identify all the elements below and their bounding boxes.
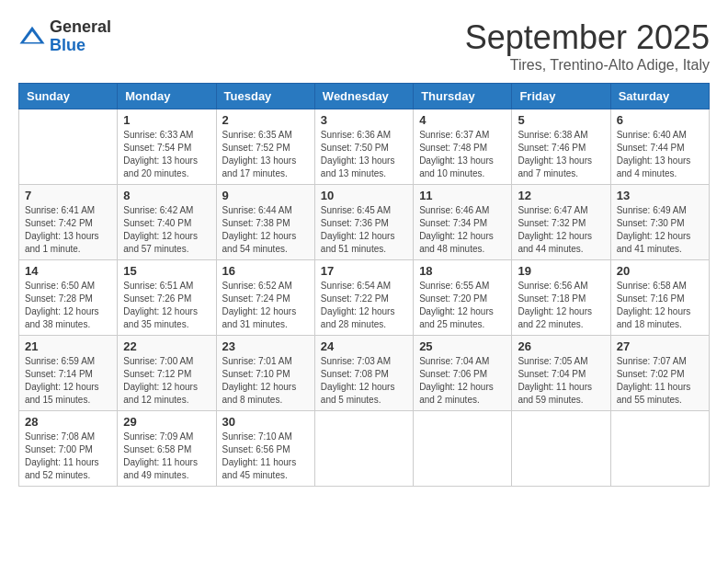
day-info: Sunrise: 7:10 AM Sunset: 6:56 PM Dayligh… <box>222 431 309 482</box>
calendar-cell: 6Sunrise: 6:40 AM Sunset: 7:44 PM Daylig… <box>610 109 709 185</box>
day-header-sunday: Sunday <box>19 84 118 109</box>
day-number: 17 <box>321 264 407 278</box>
day-number: 11 <box>419 189 506 202</box>
week-row-1: 1Sunrise: 6:33 AM Sunset: 7:54 PM Daylig… <box>19 109 710 185</box>
day-header-friday: Friday <box>512 84 610 109</box>
day-header-monday: Monday <box>118 84 216 109</box>
calendar-cell: 5Sunrise: 6:38 AM Sunset: 7:46 PM Daylig… <box>512 109 610 185</box>
week-row-4: 21Sunrise: 6:59 AM Sunset: 7:14 PM Dayli… <box>19 336 710 411</box>
calendar-cell: 2Sunrise: 6:35 AM Sunset: 7:52 PM Daylig… <box>216 109 314 185</box>
day-number: 4 <box>419 113 506 127</box>
day-info: Sunrise: 6:55 AM Sunset: 7:20 PM Dayligh… <box>419 280 506 331</box>
day-number: 15 <box>123 264 210 278</box>
day-number: 19 <box>518 264 604 278</box>
day-info: Sunrise: 7:05 AM Sunset: 7:04 PM Dayligh… <box>518 355 604 407</box>
day-number: 29 <box>123 415 210 429</box>
day-info: Sunrise: 6:59 AM Sunset: 7:14 PM Dayligh… <box>25 355 111 407</box>
calendar-cell: 15Sunrise: 6:51 AM Sunset: 7:26 PM Dayli… <box>118 260 216 336</box>
day-number: 27 <box>617 339 703 353</box>
day-info: Sunrise: 6:54 AM Sunset: 7:22 PM Dayligh… <box>321 280 407 331</box>
day-number: 12 <box>518 189 604 202</box>
day-number: 28 <box>25 415 111 429</box>
calendar-cell: 14Sunrise: 6:50 AM Sunset: 7:28 PM Dayli… <box>19 260 118 336</box>
calendar-cell: 22Sunrise: 7:00 AM Sunset: 7:12 PM Dayli… <box>118 336 216 411</box>
day-number: 18 <box>419 264 506 278</box>
day-header-wednesday: Wednesday <box>314 84 413 109</box>
day-info: Sunrise: 6:41 AM Sunset: 7:42 PM Dayligh… <box>25 204 111 256</box>
logo-blue-text: Blue <box>50 37 111 55</box>
day-info: Sunrise: 7:08 AM Sunset: 7:00 PM Dayligh… <box>25 431 111 482</box>
calendar-cell: 9Sunrise: 6:44 AM Sunset: 7:38 PM Daylig… <box>216 185 314 260</box>
day-number: 9 <box>222 189 309 202</box>
day-number: 14 <box>25 264 111 278</box>
day-info: Sunrise: 6:33 AM Sunset: 7:54 PM Dayligh… <box>123 129 210 180</box>
week-row-5: 28Sunrise: 7:08 AM Sunset: 7:00 PM Dayli… <box>19 411 710 487</box>
calendar-cell: 16Sunrise: 6:52 AM Sunset: 7:24 PM Dayli… <box>216 260 314 336</box>
day-info: Sunrise: 6:44 AM Sunset: 7:38 PM Dayligh… <box>222 204 309 256</box>
calendar-cell: 18Sunrise: 6:55 AM Sunset: 7:20 PM Dayli… <box>414 260 512 336</box>
day-number: 16 <box>222 264 309 278</box>
calendar-cell <box>512 411 610 487</box>
day-info: Sunrise: 7:09 AM Sunset: 6:58 PM Dayligh… <box>123 431 210 482</box>
calendar: SundayMondayTuesdayWednesdayThursdayFrid… <box>18 83 710 487</box>
day-info: Sunrise: 6:37 AM Sunset: 7:48 PM Dayligh… <box>419 129 506 180</box>
day-number: 23 <box>222 339 309 353</box>
day-info: Sunrise: 6:50 AM Sunset: 7:28 PM Dayligh… <box>25 280 111 331</box>
logo-text: General Blue <box>50 18 111 55</box>
month-title: September 2025 <box>465 18 710 57</box>
day-number: 3 <box>321 113 407 127</box>
calendar-cell: 28Sunrise: 7:08 AM Sunset: 7:00 PM Dayli… <box>19 411 118 487</box>
day-number: 26 <box>518 339 604 353</box>
calendar-cell <box>314 411 413 487</box>
calendar-cell <box>610 411 709 487</box>
day-info: Sunrise: 7:04 AM Sunset: 7:06 PM Dayligh… <box>419 355 506 407</box>
title-area: September 2025 Tires, Trentino-Alto Adig… <box>465 18 710 74</box>
day-number: 13 <box>617 189 703 202</box>
day-number: 21 <box>25 339 111 353</box>
day-number: 25 <box>419 339 506 353</box>
day-number: 24 <box>321 339 407 353</box>
day-info: Sunrise: 6:45 AM Sunset: 7:36 PM Dayligh… <box>321 204 407 256</box>
week-row-3: 14Sunrise: 6:50 AM Sunset: 7:28 PM Dayli… <box>19 260 710 336</box>
day-number: 6 <box>617 113 703 127</box>
calendar-cell: 30Sunrise: 7:10 AM Sunset: 6:56 PM Dayli… <box>216 411 314 487</box>
day-info: Sunrise: 7:03 AM Sunset: 7:08 PM Dayligh… <box>321 355 407 407</box>
day-number: 10 <box>321 189 407 202</box>
calendar-cell <box>19 109 118 185</box>
logo-icon <box>18 23 46 51</box>
location-title: Tires, Trentino-Alto Adige, Italy <box>465 57 710 74</box>
calendar-cell: 3Sunrise: 6:36 AM Sunset: 7:50 PM Daylig… <box>314 109 413 185</box>
day-info: Sunrise: 7:01 AM Sunset: 7:10 PM Dayligh… <box>222 355 309 407</box>
calendar-cell <box>414 411 512 487</box>
calendar-cell: 19Sunrise: 6:56 AM Sunset: 7:18 PM Dayli… <box>512 260 610 336</box>
calendar-cell: 26Sunrise: 7:05 AM Sunset: 7:04 PM Dayli… <box>512 336 610 411</box>
calendar-cell: 11Sunrise: 6:46 AM Sunset: 7:34 PM Dayli… <box>414 185 512 260</box>
day-info: Sunrise: 6:56 AM Sunset: 7:18 PM Dayligh… <box>518 280 604 331</box>
day-info: Sunrise: 6:38 AM Sunset: 7:46 PM Dayligh… <box>518 129 604 180</box>
day-header-tuesday: Tuesday <box>216 84 314 109</box>
calendar-header-row: SundayMondayTuesdayWednesdayThursdayFrid… <box>19 84 710 109</box>
week-row-2: 7Sunrise: 6:41 AM Sunset: 7:42 PM Daylig… <box>19 185 710 260</box>
day-header-thursday: Thursday <box>414 84 512 109</box>
day-info: Sunrise: 6:42 AM Sunset: 7:40 PM Dayligh… <box>123 204 210 256</box>
calendar-cell: 24Sunrise: 7:03 AM Sunset: 7:08 PM Dayli… <box>314 336 413 411</box>
day-number: 7 <box>25 189 111 202</box>
calendar-cell: 20Sunrise: 6:58 AM Sunset: 7:16 PM Dayli… <box>610 260 709 336</box>
day-info: Sunrise: 7:07 AM Sunset: 7:02 PM Dayligh… <box>617 355 703 407</box>
day-info: Sunrise: 6:51 AM Sunset: 7:26 PM Dayligh… <box>123 280 210 331</box>
day-number: 2 <box>222 113 309 127</box>
day-info: Sunrise: 6:35 AM Sunset: 7:52 PM Dayligh… <box>222 129 309 180</box>
calendar-cell: 21Sunrise: 6:59 AM Sunset: 7:14 PM Dayli… <box>19 336 118 411</box>
calendar-cell: 13Sunrise: 6:49 AM Sunset: 7:30 PM Dayli… <box>610 185 709 260</box>
logo: General Blue <box>18 18 111 55</box>
day-info: Sunrise: 6:49 AM Sunset: 7:30 PM Dayligh… <box>617 204 703 256</box>
day-info: Sunrise: 6:36 AM Sunset: 7:50 PM Dayligh… <box>321 129 407 180</box>
calendar-cell: 17Sunrise: 6:54 AM Sunset: 7:22 PM Dayli… <box>314 260 413 336</box>
logo-general-text: General <box>50 18 111 37</box>
day-number: 30 <box>222 415 309 429</box>
day-number: 20 <box>617 264 703 278</box>
calendar-cell: 23Sunrise: 7:01 AM Sunset: 7:10 PM Dayli… <box>216 336 314 411</box>
calendar-cell: 29Sunrise: 7:09 AM Sunset: 6:58 PM Dayli… <box>118 411 216 487</box>
calendar-cell: 7Sunrise: 6:41 AM Sunset: 7:42 PM Daylig… <box>19 185 118 260</box>
calendar-cell: 12Sunrise: 6:47 AM Sunset: 7:32 PM Dayli… <box>512 185 610 260</box>
